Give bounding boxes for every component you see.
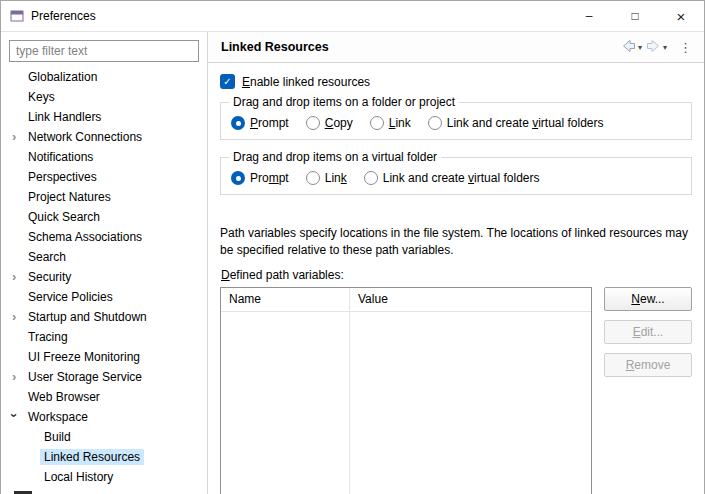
chevron-right-icon[interactable]: › (12, 370, 16, 383)
forward-dropdown-icon[interactable]: ▾ (663, 43, 667, 52)
edit-button[interactable]: Edit... (604, 320, 692, 344)
tree-item-quick-search[interactable]: Quick Search (1, 207, 207, 227)
tree-item-security[interactable]: ›Security (1, 267, 207, 287)
checkbox-checked-icon: ✓ (220, 74, 235, 89)
tree-item-linked-resources[interactable]: Linked Resources (1, 447, 207, 467)
column-header-name[interactable]: Name (221, 292, 349, 306)
tree-item-label: Globalization (24, 69, 101, 85)
tree-item-project-natures[interactable]: Project Natures (1, 187, 207, 207)
preferences-window-icon (10, 9, 24, 23)
arrow-left-icon (620, 38, 637, 57)
dnd-folder-project-group: Drag and drop items on a folder or proje… (220, 102, 692, 140)
radio-unselected-icon (306, 116, 320, 130)
page-title: Linked Resources (221, 40, 329, 54)
radio-unselected-icon (370, 116, 384, 130)
dnd-folder-project-options: PromptCopyLinkLink and create virtual fo… (231, 116, 681, 130)
enable-linked-resources-checkbox[interactable]: ✓ Enable linked resources (220, 74, 692, 89)
radio-label: Prompt (250, 171, 289, 185)
forward-button[interactable]: ▾ (644, 36, 668, 59)
tree-item-label: Build (40, 429, 75, 445)
header-nav: ▾ ▾ ⋮ (619, 36, 696, 59)
tree-item-label: Quick Search (24, 209, 104, 225)
tree-item-build[interactable]: Build (1, 427, 207, 447)
view-menu-icon[interactable]: ⋮ (675, 40, 696, 55)
check-icon: ✓ (223, 77, 231, 87)
preferences-window: Preferences – □ × GlobalizationKeysLink … (0, 0, 705, 494)
maximize-icon: □ (631, 9, 638, 23)
table-header-row: Name Value (221, 288, 591, 312)
radio-prompt[interactable]: Prompt (231, 171, 289, 185)
tree-item-label: Linked Resources (40, 449, 144, 465)
radio-link-and-create-virtual-folders[interactable]: Link and create virtual folders (364, 171, 540, 185)
maximize-button[interactable]: □ (612, 1, 658, 31)
radio-unselected-icon (428, 116, 442, 130)
tree-item-label: UI Freeze Monitoring (24, 349, 144, 365)
tree-item-globalization[interactable]: Globalization (1, 67, 207, 87)
close-icon: × (677, 8, 686, 25)
radio-copy[interactable]: Copy (306, 116, 353, 130)
path-variables-description: Path variables specify locations in the … (220, 225, 698, 259)
group-title: Drag and drop items on a folder or proje… (229, 95, 459, 109)
tree-item-perspectives[interactable]: Perspectives (1, 167, 207, 187)
content-body: ✓ Enable linked resources Drag and drop … (208, 63, 704, 494)
tree-item-network-connections[interactable]: ›Network Connections (1, 127, 207, 147)
tree-item-label: Schema Associations (24, 229, 146, 245)
dnd-virtual-folder-options: PromptLinkLink and create virtual folder… (231, 171, 681, 185)
tree-item-label: Keys (24, 89, 59, 105)
tree-item-web-browser[interactable]: Web Browser (1, 387, 207, 407)
path-variables-table[interactable]: Name Value (220, 287, 592, 494)
minimize-button[interactable]: – (566, 1, 612, 31)
tree-item-label: Workspace (24, 409, 92, 425)
radio-link[interactable]: Link (306, 171, 347, 185)
radio-unselected-icon (364, 171, 378, 185)
radio-link-and-create-virtual-folders[interactable]: Link and create virtual folders (428, 116, 604, 130)
chevron-right-icon[interactable]: › (12, 270, 16, 283)
tree-item-link-handlers[interactable]: Link Handlers (1, 107, 207, 127)
radio-unselected-icon (306, 171, 320, 185)
tree-item-label: User Storage Service (24, 369, 146, 385)
new-button[interactable]: New... (604, 287, 692, 311)
tree-item-label: Network Connections (24, 129, 146, 145)
content-header: Linked Resources ▾ ▾ ⋮ (208, 32, 704, 63)
radio-label: Link (325, 171, 347, 185)
preferences-tree: GlobalizationKeysLink Handlers›Network C… (1, 67, 207, 487)
close-button[interactable]: × (658, 1, 704, 31)
radio-prompt[interactable]: Prompt (231, 116, 289, 130)
tree-item-schema-associations[interactable]: Schema Associations (1, 227, 207, 247)
tree-item-label: Project Natures (24, 189, 115, 205)
window-title: Preferences (31, 9, 96, 23)
minimize-icon: – (586, 9, 593, 23)
tree-item-workspace[interactable]: ›Workspace (1, 407, 207, 427)
chevron-down-icon[interactable]: › (8, 413, 21, 417)
remove-button[interactable]: Remove (604, 353, 692, 377)
tree-item-user-storage-service[interactable]: ›User Storage Service (1, 367, 207, 387)
tree-item-service-policies[interactable]: Service Policies (1, 287, 207, 307)
filter-input[interactable] (9, 40, 199, 62)
radio-label: Link and create virtual folders (383, 171, 540, 185)
titlebar[interactable]: Preferences – □ × (1, 1, 704, 31)
tree-item-label: Search (24, 249, 70, 265)
back-dropdown-icon[interactable]: ▾ (638, 43, 642, 52)
back-button[interactable]: ▾ (619, 36, 643, 59)
tree-item-label: Local History (40, 469, 117, 485)
tree-item-search[interactable]: Search (1, 247, 207, 267)
tree-item-startup-and-shutdown[interactable]: ›Startup and Shutdown (1, 307, 207, 327)
tree-item-local-history[interactable]: Local History (1, 467, 207, 487)
tree-item-label: Startup and Shutdown (24, 309, 151, 325)
group-title: Drag and drop items on a virtual folder (229, 150, 441, 164)
tree-item-ui-freeze-monitoring[interactable]: UI Freeze Monitoring (1, 347, 207, 367)
tree-item-keys[interactable]: Keys (1, 87, 207, 107)
tree-item-label: Notifications (24, 149, 97, 165)
radio-label: Link (389, 116, 411, 130)
tree-item-notifications[interactable]: Notifications (1, 147, 207, 167)
tree-item-label: Tracing (24, 329, 72, 345)
arrow-right-icon (645, 38, 662, 57)
defined-path-variables-label: Defined path variables: (221, 268, 692, 282)
tree-item-label: Security (24, 269, 75, 285)
column-header-value[interactable]: Value (349, 292, 388, 306)
tree-item-tracing[interactable]: Tracing (1, 327, 207, 347)
chevron-right-icon[interactable]: › (12, 130, 16, 143)
radio-link[interactable]: Link (370, 116, 411, 130)
chevron-right-icon[interactable]: › (12, 310, 16, 323)
checkbox-label: Enable linked resources (242, 75, 370, 89)
